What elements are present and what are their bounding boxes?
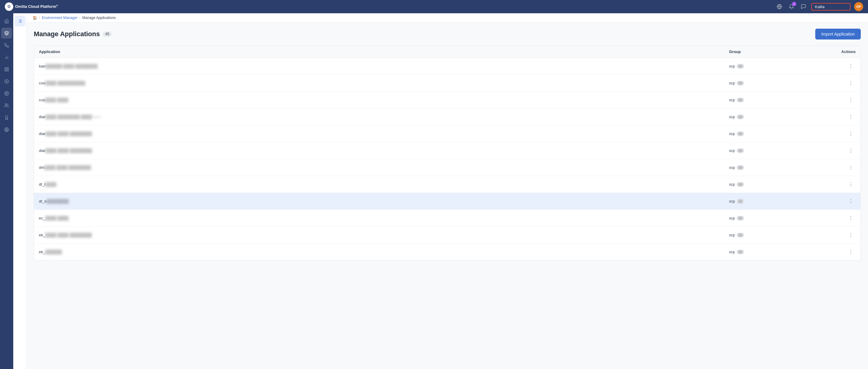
primary-sidebar: [0, 13, 13, 369]
notification-badge: 1: [792, 2, 796, 6]
row-actions-button[interactable]: ⋮: [846, 214, 856, 222]
row-actions-button[interactable]: ⋮: [846, 113, 856, 121]
group-extra: ██: [737, 132, 744, 136]
cell-actions: ⋮: [819, 231, 856, 239]
table-row: diar████ ████ ████████ ocp ██ ⋮: [34, 142, 861, 159]
row-actions-button[interactable]: ⋮: [846, 248, 856, 256]
sidebar-item-globe[interactable]: [1, 124, 12, 135]
page-area: Manage Applications 45 Import Applicatio…: [27, 23, 868, 369]
table-row: cus████ ████ ocp ██ ⋮: [34, 92, 861, 109]
sidebar-item-home[interactable]: [1, 16, 12, 27]
cell-group: ocp ██: [729, 165, 819, 170]
table-row: ek_████ ████ ████████ ocp ██ ⋮: [34, 227, 861, 244]
table-row: ban██████ ████ ████████ ocp ██ ⋮: [34, 58, 861, 75]
table-body: ban██████ ████ ████████ ocp ██ ⋮ coo████…: [34, 58, 861, 260]
row-actions-button[interactable]: ⋮: [846, 130, 856, 138]
app-name: Omilia Cloud Platform®: [15, 4, 58, 9]
sidebar-item-phone[interactable]: [1, 40, 12, 51]
row-actions-button[interactable]: ⋮: [846, 62, 856, 70]
group-tag: ocp: [729, 182, 735, 187]
breadcrumb-parent[interactable]: Environment Manager: [42, 16, 78, 20]
svg-rect-9: [5, 70, 6, 71]
cell-actions: ⋮: [819, 96, 856, 104]
message-icon[interactable]: [799, 2, 808, 11]
table-row: dt_o████████ ocp ██ ⋮: [34, 193, 861, 210]
user-search-input[interactable]: [811, 3, 850, 10]
cell-application: dm████ ████ ████████: [39, 165, 729, 170]
group-tag: ocp: [729, 64, 735, 68]
logo-icon: O: [5, 2, 13, 11]
group-extra: ██: [737, 149, 744, 153]
column-header-actions: Actions: [819, 50, 856, 54]
avatar[interactable]: OP: [854, 2, 863, 11]
breadcrumb: 🏠 › Environment Manager › Manage Applica…: [27, 13, 868, 23]
cell-application: coo████ ██████████: [39, 81, 729, 85]
table-row: ek_██████ ocp ██ ⋮: [34, 244, 861, 260]
cell-group: ocp ██: [729, 199, 819, 204]
cell-group: ocp ██: [729, 64, 819, 68]
group-tag: ocp: [729, 199, 735, 204]
group-tag: ocp: [729, 132, 735, 136]
cell-application: dt_l████: [39, 182, 729, 187]
svg-marker-2: [4, 31, 8, 33]
cell-actions: ⋮: [819, 62, 856, 70]
app-logo: O Omilia Cloud Platform®: [5, 2, 58, 11]
svg-rect-8: [7, 70, 8, 71]
count-badge: 45: [103, 31, 112, 37]
group-extra: ██: [737, 233, 744, 237]
nav-right: 1 OP: [775, 2, 863, 11]
sidebar-item-analytics[interactable]: [1, 52, 12, 63]
group-tag: ocp: [729, 149, 735, 153]
table-row: diar████ ████ ████████ ocp ██ ⋮: [34, 125, 861, 142]
sidebar-item-awards[interactable]: [1, 112, 12, 123]
sidebar-item-users[interactable]: [1, 100, 12, 111]
row-actions-button[interactable]: ⋮: [846, 163, 856, 172]
row-actions-button[interactable]: ⋮: [846, 96, 856, 104]
breadcrumb-home-icon[interactable]: 🏠: [33, 16, 37, 20]
cell-application: diar████ ████████ ████ ation: [39, 115, 729, 119]
main-layout: 🏠 › Environment Manager › Manage Applica…: [0, 13, 868, 369]
cell-group: ocp ██: [729, 98, 819, 102]
svg-marker-11: [6, 81, 7, 82]
applications-table: Application Group Actions ban██████ ████…: [34, 45, 861, 260]
table-row: coo████ ██████████ ocp ██ ⋮: [34, 75, 861, 92]
sidebar-item-settings[interactable]: [1, 88, 12, 99]
cell-group: ocp ██: [729, 216, 819, 220]
sidebar-item-grid[interactable]: [1, 64, 12, 75]
cell-actions: ⋮: [819, 248, 856, 256]
group-tag: ocp: [729, 233, 735, 237]
secondary-sidebar-list[interactable]: [14, 16, 25, 27]
cell-group: ocp ██: [729, 81, 819, 85]
cell-application: ban██████ ████ ████████: [39, 64, 729, 68]
cell-application: ek_██████: [39, 250, 729, 254]
svg-point-13: [5, 104, 7, 105]
cell-application: cus████ ████: [39, 98, 729, 102]
cell-actions: ⋮: [819, 197, 856, 205]
group-extra: ██: [737, 165, 744, 170]
cell-actions: ⋮: [819, 130, 856, 138]
cell-actions: ⋮: [819, 163, 856, 172]
cell-group: ocp ██: [729, 233, 819, 237]
group-tag: ocp: [729, 115, 735, 119]
table-row: dt_l████ ocp ██ ⋮: [34, 176, 861, 193]
svg-point-14: [5, 116, 8, 118]
cell-actions: ⋮: [819, 79, 856, 87]
group-tag: ocp: [729, 98, 735, 102]
page-title: Manage Applications: [34, 30, 100, 38]
row-actions-button[interactable]: ⋮: [846, 197, 856, 205]
notification-icon[interactable]: 1: [787, 2, 796, 11]
breadcrumb-current: Manage Applications: [82, 16, 116, 20]
row-actions-button[interactable]: ⋮: [846, 231, 856, 239]
import-application-button[interactable]: Import Application: [815, 29, 861, 39]
cell-application: dt_o████████: [39, 199, 729, 204]
row-actions-button[interactable]: ⋮: [846, 180, 856, 188]
column-header-application: Application: [39, 50, 729, 54]
sidebar-item-layers[interactable]: [1, 28, 12, 39]
globe-nav-icon[interactable]: [775, 2, 784, 11]
svg-point-10: [4, 79, 8, 83]
row-actions-button[interactable]: ⋮: [846, 79, 856, 87]
main-content: 🏠 › Environment Manager › Manage Applica…: [27, 13, 868, 369]
group-tag: ocp: [729, 250, 735, 254]
row-actions-button[interactable]: ⋮: [846, 147, 856, 155]
sidebar-item-deploy[interactable]: [1, 76, 12, 87]
